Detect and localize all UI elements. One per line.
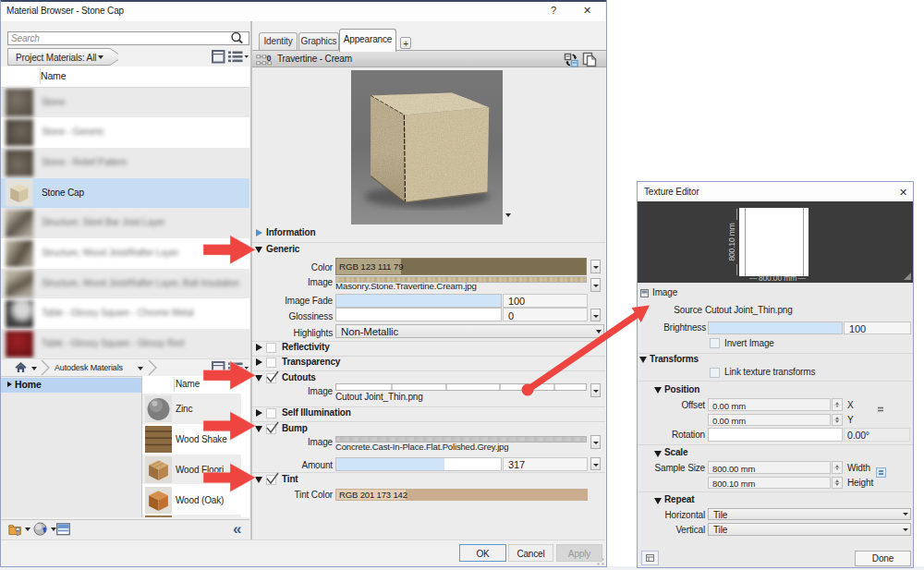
svg-text:0: 0	[267, 54, 272, 63]
